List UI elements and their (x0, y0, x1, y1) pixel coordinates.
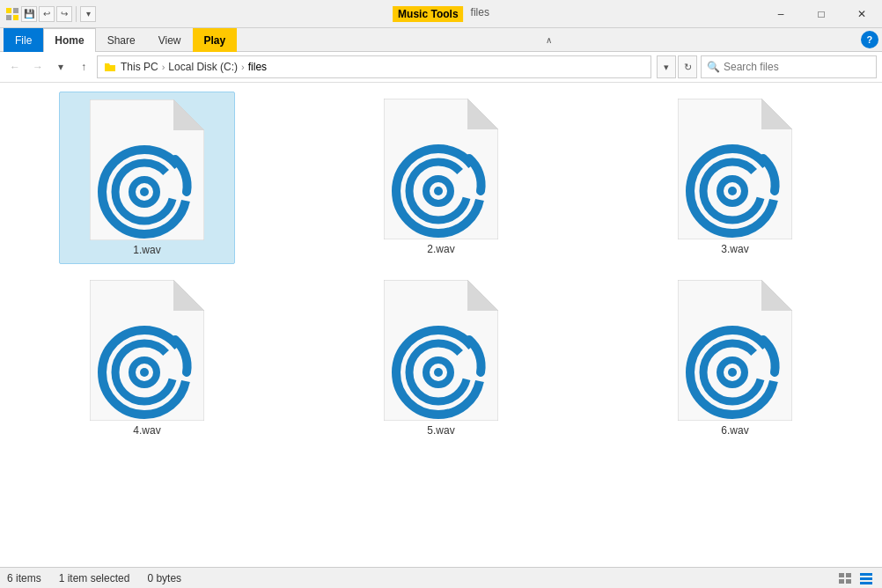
file-label: 1.wav (133, 244, 160, 256)
path-separator-1: › (162, 62, 165, 72)
wav-file-icon (384, 280, 498, 421)
svg-marker-35 (761, 280, 792, 311)
wav-file-icon (384, 99, 498, 239)
title-bar: 💾 ↩ ↪ ▾ Music Tools files – □ ✕ (0, 0, 882, 28)
status-bar: 6 items 1 item selected 0 bytes (0, 567, 882, 588)
app-icon (5, 7, 19, 21)
file-grid: 1.wav 2.wav (9, 92, 873, 444)
tab-play[interactable]: Play (193, 28, 238, 52)
tab-home[interactable]: Home (43, 28, 95, 52)
svg-marker-29 (467, 280, 498, 311)
address-path[interactable]: This PC › Local Disk (C:) › files (97, 55, 651, 78)
back-button[interactable]: ← (5, 57, 25, 77)
folder-icon (103, 60, 117, 74)
file-label: 2.wav (427, 243, 454, 255)
file-item[interactable]: 1.wav (59, 92, 235, 264)
up-button[interactable]: ↑ (74, 57, 93, 77)
qat-save-button[interactable]: 💾 (21, 6, 37, 22)
file-label: 4.wav (133, 424, 160, 437)
svg-marker-17 (761, 99, 792, 129)
svg-point-9 (140, 187, 149, 196)
svg-rect-1 (6, 15, 11, 20)
wav-file-icon (90, 280, 204, 421)
wav-file-icon (90, 99, 204, 240)
file-item[interactable]: 5.wav (353, 273, 529, 444)
svg-rect-46 (860, 582, 872, 584)
svg-rect-44 (860, 573, 872, 576)
items-count: 6 items (7, 572, 41, 584)
svg-rect-41 (846, 573, 851, 577)
search-box[interactable]: 🔍 (701, 55, 877, 78)
svg-marker-11 (467, 99, 498, 129)
svg-point-15 (434, 187, 443, 195)
file-item[interactable]: 3.wav (647, 92, 823, 264)
refresh-button[interactable]: ↻ (678, 55, 697, 78)
svg-point-33 (434, 368, 443, 377)
file-label: 5.wav (427, 424, 454, 437)
list-view-button[interactable] (836, 570, 854, 587)
help-button[interactable]: ? (861, 31, 878, 48)
qat-dropdown-button[interactable]: ▾ (80, 6, 96, 22)
path-actions: ▾ ↻ (657, 55, 697, 78)
svg-rect-45 (860, 577, 872, 580)
selected-info: 1 item selected (59, 572, 130, 584)
svg-marker-23 (173, 280, 204, 311)
title-bar-title: Music Tools files (393, 6, 489, 22)
svg-rect-3 (13, 15, 18, 20)
svg-rect-42 (839, 579, 844, 584)
file-label: 3.wav (721, 243, 748, 255)
close-button[interactable]: ✕ (842, 0, 882, 28)
recent-locations-button[interactable]: ▾ (51, 57, 70, 77)
files-label: files (471, 6, 489, 22)
path-local-disk[interactable]: Local Disk (C:) (168, 61, 238, 73)
details-view-button[interactable] (857, 570, 875, 587)
svg-rect-2 (13, 8, 18, 13)
svg-point-39 (728, 368, 737, 377)
path-separator-2: › (241, 62, 245, 72)
window-controls: – □ ✕ (761, 0, 882, 28)
minimize-button[interactable]: – (761, 0, 801, 28)
path-files[interactable]: files (248, 61, 267, 73)
file-item[interactable]: 6.wav (647, 273, 823, 444)
wav-file-icon (678, 280, 792, 421)
file-label: 6.wav (721, 424, 748, 437)
music-tools-label: Music Tools (393, 6, 463, 22)
tab-share[interactable]: Share (96, 28, 147, 52)
qat-redo-button[interactable]: ↪ (56, 6, 72, 22)
maximize-button[interactable]: □ (801, 0, 842, 28)
quick-access-toolbar: 💾 ↩ ↪ ▾ (0, 6, 101, 22)
ribbon-tabs: File Home Share View Play ∧ ? (0, 28, 882, 52)
tab-file[interactable]: File (4, 28, 43, 52)
qat-separator (76, 6, 77, 22)
path-this-pc[interactable]: This PC (121, 61, 158, 73)
svg-rect-40 (839, 573, 844, 577)
view-controls (836, 570, 875, 587)
ribbon-collapse-button[interactable]: ∧ (540, 35, 557, 45)
size-info: 0 bytes (147, 572, 181, 584)
search-icon: 🔍 (707, 61, 720, 73)
svg-rect-0 (6, 8, 11, 13)
svg-rect-43 (846, 579, 851, 584)
forward-button[interactable]: → (28, 57, 48, 77)
file-item[interactable]: 2.wav (353, 92, 529, 264)
search-input[interactable] (724, 61, 871, 73)
svg-point-21 (728, 187, 737, 195)
svg-point-27 (140, 368, 149, 377)
file-grid-container: 1.wav 2.wav (0, 83, 882, 567)
qat-undo-button[interactable]: ↩ (39, 6, 55, 22)
address-bar: ← → ▾ ↑ This PC › Local Disk (C:) › file… (0, 52, 882, 83)
wav-file-icon (678, 99, 792, 239)
address-dropdown-button[interactable]: ▾ (657, 55, 676, 78)
tab-view[interactable]: View (147, 28, 193, 52)
svg-marker-5 (173, 99, 204, 130)
file-item[interactable]: 4.wav (59, 273, 235, 444)
